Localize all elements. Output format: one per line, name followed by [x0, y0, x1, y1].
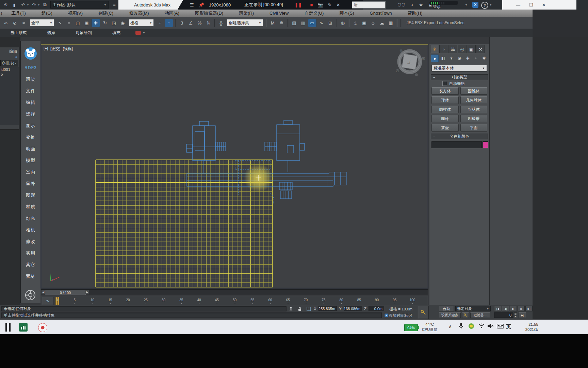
viewport-menu-pov[interactable]: [正交]	[50, 46, 60, 51]
named-selection-sets-dropdown[interactable]: 创建选择集▼	[227, 19, 263, 27]
select-and-link-icon[interactable]: ∞	[2, 19, 10, 27]
battery-indicator[interactable]: 94%	[404, 324, 418, 331]
cameras-icon[interactable]: ◉	[456, 55, 463, 62]
recorder-camera-icon[interactable]: 📷	[317, 2, 323, 7]
save-icon[interactable]: ▮	[11, 1, 18, 8]
explorer-list-item[interactable]: id001	[0, 67, 19, 72]
menu-item-5[interactable]: 动画(A)	[157, 10, 187, 16]
redo-caret-icon[interactable]: ▾	[38, 3, 39, 6]
menu-item-2[interactable]: 视图(V)	[60, 10, 91, 16]
select-and-move-icon[interactable]: ✚	[92, 19, 100, 27]
sidebar-settings-gear-icon[interactable]	[25, 290, 36, 302]
menu-item-0[interactable]: 工具(T)	[3, 10, 34, 16]
bind-to-space-warp-icon[interactable]: ≈	[20, 19, 28, 27]
unlink-selection-icon[interactable]: ⊘	[11, 19, 19, 27]
use-pivot-center-icon[interactable]: ⁘	[156, 19, 164, 27]
time-back-arrow-icon[interactable]: ◀	[42, 290, 45, 294]
cpu-temp-widget[interactable]: 44°C CPU温度	[422, 322, 437, 332]
input-language-indicator[interactable]: 英	[506, 323, 511, 330]
current-frame-field[interactable]: 0	[494, 312, 513, 318]
recorder-pencil-icon[interactable]: ✎	[328, 2, 332, 7]
workspace-dropdown[interactable]: 工作区: 默认 ▼	[50, 1, 109, 9]
viewport[interactable]: z 上 北 东 南 西 [+] [正交] [线框]	[41, 44, 428, 288]
percent-snap-icon[interactable]: %	[196, 19, 203, 27]
sidebar-item-图形[interactable]: 图形	[21, 189, 40, 201]
sidebar-item-修改[interactable]: 修改	[21, 236, 40, 247]
minimize-button[interactable]: —	[516, 2, 520, 7]
autogrid-checkbox[interactable]	[442, 81, 447, 86]
angle-snap-icon[interactable]: ∠	[187, 19, 195, 27]
timeline-ruler[interactable]: 0510152025303540455055606570758085909510…	[54, 296, 426, 305]
sidebar-item-实用[interactable]: 实用	[21, 247, 40, 259]
explorer-list-item[interactable]: o	[0, 72, 19, 77]
y-coordinate-field[interactable]: 138.086m	[344, 306, 362, 311]
selection-filter-dropdown[interactable]: 全部▼	[30, 19, 54, 27]
snap-toggle-3d-icon[interactable]: 3	[178, 19, 186, 27]
docked-app-icon[interactable]	[5, 323, 11, 332]
menu-item-9[interactable]: 自定义(U)	[296, 10, 331, 16]
primitive-button-圆环[interactable]: 圆环	[431, 115, 459, 122]
project-folder-icon[interactable]: ⧉	[42, 1, 48, 8]
menu-item-7[interactable]: 渲染(R)	[231, 10, 262, 16]
favorites-star-icon[interactable]: ★	[419, 2, 423, 7]
frame-spinner[interactable]: ▲▼	[513, 312, 517, 318]
microphone-icon[interactable]	[459, 323, 463, 331]
object-type-rollout[interactable]: − 对象类型	[431, 74, 488, 80]
modify-tab[interactable]: ◔	[439, 45, 448, 53]
play-button[interactable]: ▶	[510, 306, 517, 311]
object-name-input[interactable]	[431, 141, 482, 148]
close-button[interactable]: ✕	[542, 2, 546, 7]
object-color-swatch[interactable]	[483, 141, 488, 148]
shapes-icon[interactable]: ◧	[440, 55, 447, 62]
menu-item-6[interactable]: 图形编辑器(D)	[187, 10, 231, 16]
time-slider[interactable]: ◀ 0 / 100 ▶	[41, 289, 428, 295]
go-to-start-button[interactable]: |◀	[494, 306, 501, 311]
render-production-icon[interactable]: ♨	[369, 19, 377, 27]
x-coordinate-field[interactable]: 255.835m	[318, 306, 337, 311]
primitive-button-圆锥体[interactable]: 圆锥体	[460, 87, 488, 95]
select-and-scale-icon[interactable]: ◳	[110, 19, 118, 27]
align-icon[interactable]: ≞	[278, 19, 285, 27]
render-in-cloud-icon[interactable]: ☁	[378, 19, 386, 27]
select-and-place-icon[interactable]: ◉	[119, 19, 127, 27]
bear-logo-icon[interactable]	[24, 47, 37, 61]
ribbon-tab-3[interactable]: 填充	[102, 30, 131, 36]
signin-caret-icon[interactable]: ▼	[465, 3, 468, 6]
isolate-selection-icon[interactable]	[288, 306, 294, 311]
motion-tab[interactable]: ◎	[458, 45, 467, 53]
key-mode-dropdown[interactable]: 选定对象 ▼	[455, 306, 491, 311]
track-bar[interactable]: ∿ 05101520253035404550556065707580859095…	[41, 296, 428, 305]
mirror-icon[interactable]: M	[269, 19, 277, 27]
keyboard-icon[interactable]	[497, 324, 504, 329]
layer-manager-icon[interactable]: ▥	[299, 19, 307, 27]
add-time-tag-label[interactable]: 添加时间标记	[389, 313, 412, 318]
menu-item-12[interactable]: 帮助(H)	[400, 10, 430, 16]
primitive-button-平面[interactable]: 平面	[460, 124, 488, 132]
sidebar-item-变换[interactable]: 变换	[21, 132, 40, 143]
explorer-edit-menu[interactable]: 编辑	[0, 47, 19, 55]
utilities-tab[interactable]: ⚒	[476, 45, 485, 53]
menu-item-8[interactable]: Civil View	[262, 11, 296, 16]
menu-item-10[interactable]: 脚本(S)	[331, 10, 362, 16]
key-filters-icon-button[interactable]	[462, 312, 469, 318]
clock-widget[interactable]: 21:55 2021/1/	[518, 322, 538, 332]
space-warps-icon[interactable]: ≈	[472, 55, 479, 62]
recorder-close-icon[interactable]: ✕	[336, 2, 340, 7]
tutorial-video-icon[interactable]	[135, 31, 141, 35]
app-menu-icon[interactable]: ⟲	[2, 1, 9, 8]
scene-explorer-icon[interactable]: ▤	[290, 19, 298, 27]
filters-button[interactable]: 过滤器...	[470, 312, 490, 318]
undo-icon[interactable]: ↶	[20, 1, 27, 8]
material-editor-icon[interactable]: ◍	[339, 19, 347, 27]
mute-speaker-icon[interactable]	[487, 323, 494, 329]
menu-item-11[interactable]: GhostTown	[362, 11, 400, 16]
sidebar-item-素材[interactable]: 素材	[21, 271, 40, 282]
recorder-stop-icon[interactable]: ■	[310, 2, 313, 7]
recorder-pause-icon[interactable]: ❚❚	[295, 2, 302, 7]
menu-item-3[interactable]: 创建(C)	[91, 10, 121, 16]
explorer-expand-icon[interactable]: »	[0, 55, 19, 59]
render-flyout-icon[interactable]: ▦	[387, 19, 395, 27]
ribbon-tab-0[interactable]: 自由形式	[0, 30, 37, 36]
time-slider-thumb[interactable]: 0 / 100	[45, 290, 86, 295]
select-by-name-icon[interactable]: ≡	[65, 19, 73, 27]
